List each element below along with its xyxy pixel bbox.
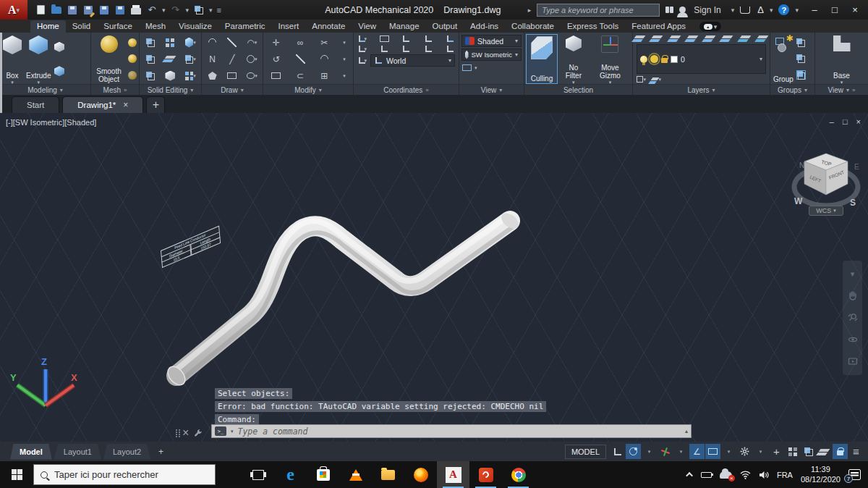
dynamic-input-toggle[interactable] [705, 444, 720, 459]
layer-on-bulb-icon[interactable] [640, 56, 647, 63]
culling-toggle-button[interactable]: Culling [526, 34, 558, 84]
move-gizmo-button[interactable]: Move Gizmo▾ [590, 34, 631, 84]
app-menu-button[interactable]: A▾ [0, 0, 27, 20]
drawing-minimize-button[interactable]: – [830, 117, 834, 126]
drawing-restore-button[interactable]: □ [843, 117, 848, 126]
polygon-button[interactable] [207, 70, 218, 81]
3dpolyline-button[interactable] [226, 37, 237, 48]
ucs-origin-button[interactable] [401, 34, 411, 43]
workspace-settings-button[interactable] [737, 444, 752, 459]
tab-surface[interactable]: Surface [97, 20, 139, 33]
redo-button[interactable]: ↷ [170, 4, 182, 15]
smooth-more-button[interactable] [127, 38, 137, 49]
panel-label-groups[interactable]: Groups▾ [770, 84, 814, 95]
mirror-button[interactable] [295, 54, 306, 64]
command-line-bar[interactable]: >_ ▾ ▴ [211, 424, 692, 438]
arc-button[interactable]: ◠▾ [247, 37, 258, 48]
drawing-canvas[interactable]: [-][SW Isometric][Shaded] – □ × N W S E … [0, 113, 868, 442]
smooth-less-button[interactable] [127, 54, 137, 64]
ucs-3point-button[interactable] [446, 44, 455, 54]
panel-label-modify[interactable]: Modify▾ [263, 84, 353, 95]
annotation-scale-button[interactable] [801, 444, 816, 459]
layer-freeze-button[interactable] [705, 34, 715, 43]
tab-add-ins[interactable]: Add-ins [464, 20, 505, 33]
workspace-dropdown[interactable]: ▾ [753, 444, 768, 459]
viewport-controls-label[interactable]: [-][SW Isometric][Shaded] [6, 118, 96, 127]
intersect-button[interactable] [145, 70, 156, 81]
layer-combo[interactable]: 0 ▾ [637, 44, 766, 74]
panel-label-solid-editing[interactable]: Solid Editing▾ [140, 84, 201, 95]
isodraft-dropdown[interactable]: ▾ [673, 444, 689, 459]
layer-thaw-sun-icon[interactable] [650, 55, 658, 63]
isodraft-toggle[interactable] [658, 444, 673, 459]
ucs-icon-toggle[interactable]: ▾ [357, 34, 367, 43]
tab-featured-apps[interactable]: Featured Apps [625, 20, 692, 33]
layer-off-button[interactable] [652, 34, 662, 43]
ellipse-button[interactable]: ▾ [247, 70, 258, 81]
battery-icon[interactable] [701, 472, 712, 478]
tab-visualize[interactable]: Visualize [172, 20, 218, 33]
panel-label-view[interactable]: View▾ [459, 84, 524, 95]
command-bar-grip[interactable]: × [176, 426, 203, 439]
slice-button[interactable] [165, 37, 176, 48]
pan-hand-icon[interactable] [848, 290, 858, 300]
save-to-mobile-button[interactable] [114, 4, 126, 15]
app-store-cart-icon[interactable] [740, 7, 750, 14]
command-prompt-icon[interactable]: >_ [215, 426, 226, 436]
autocad-taskbar-button[interactable]: A [437, 461, 469, 488]
acrobat-button[interactable] [469, 461, 502, 488]
ucs-face-button[interactable] [424, 34, 433, 43]
compass-e[interactable]: E [854, 163, 859, 171]
chain-button[interactable]: ∞ [295, 37, 306, 48]
open-file-button[interactable] [51, 4, 62, 15]
autodesk-dropdown[interactable]: ▾ [770, 7, 773, 14]
plot-button[interactable] [130, 4, 142, 15]
language-indicator[interactable]: FRA [777, 471, 793, 479]
edge-button[interactable]: e [274, 461, 307, 488]
fillet-button[interactable] [319, 54, 330, 64]
window-maximize-button[interactable]: □ [825, 0, 845, 20]
onedrive-icon[interactable] [720, 471, 732, 479]
redo-dropdown[interactable]: ▾ [186, 7, 190, 14]
save-button[interactable] [67, 4, 78, 15]
layer-match-button[interactable] [741, 34, 750, 43]
ucs-rotate-z-button[interactable] [424, 44, 433, 54]
tab-insert[interactable]: Insert [271, 20, 305, 33]
open-from-mobile-button[interactable] [98, 4, 110, 15]
view-preset-combo[interactable]: SW Isometric▾ [461, 49, 522, 61]
command-input[interactable] [238, 426, 681, 437]
tab-express-tools[interactable]: Express Tools [561, 20, 625, 33]
panel-label-modeling[interactable]: Modeling▾ [0, 84, 90, 95]
tab-collaborate[interactable]: Collaborate [505, 20, 561, 33]
tab-output[interactable]: Output [426, 20, 464, 33]
layer-unisolate-button[interactable] [688, 34, 697, 43]
sign-in-button[interactable]: Sign In [679, 5, 720, 15]
rotate-button[interactable]: ↺ [271, 54, 281, 64]
circle-button[interactable]: ▾ [247, 54, 258, 64]
compass-s[interactable]: S [850, 198, 856, 208]
clock[interactable]: 11:3908/12/2020 [801, 465, 841, 485]
tray-expand-icon[interactable] [686, 472, 693, 479]
layout-tab-layout1[interactable]: Layout1 [54, 444, 101, 460]
spline-button[interactable]: N [207, 54, 218, 64]
extract-edges-button[interactable]: ▾ [185, 37, 196, 48]
ucs-back-button[interactable] [380, 44, 389, 54]
snap-dropdown[interactable]: ▾ [642, 444, 657, 459]
thicken-button[interactable] [165, 54, 176, 64]
tab-manage[interactable]: Manage [383, 20, 426, 33]
array-button[interactable]: ⊞ [319, 70, 330, 81]
layer-color-swatch[interactable] [671, 56, 678, 63]
vlc-button[interactable] [339, 461, 372, 488]
polyline-button[interactable] [207, 37, 218, 48]
help-dropdown[interactable]: ▾ [795, 7, 799, 14]
command-close-icon[interactable]: × [182, 426, 189, 439]
group-edit-button[interactable] [796, 54, 806, 64]
connect-share-button[interactable]: ▴▾ [699, 22, 721, 31]
compass-n[interactable]: N [799, 161, 804, 169]
interfere-button[interactable] [165, 70, 176, 81]
layer-isolate-button[interactable] [671, 34, 680, 43]
volume-icon[interactable] [759, 471, 769, 479]
tab-view[interactable]: View [352, 20, 383, 33]
panel-label-draw[interactable]: Draw▾ [202, 84, 263, 95]
grid-display-toggle[interactable] [610, 444, 625, 459]
